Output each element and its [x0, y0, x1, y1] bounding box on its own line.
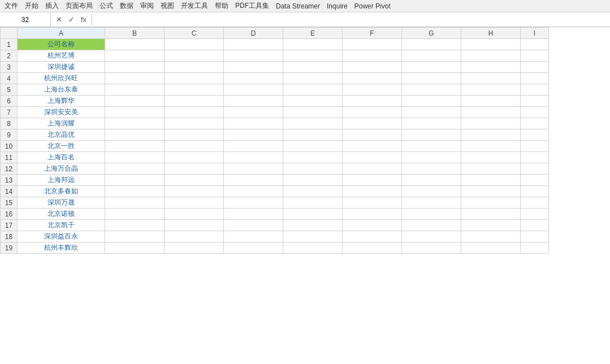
cell-B14[interactable] — [105, 186, 165, 197]
menu-item-PDF工具集[interactable]: PDF工具集 — [232, 0, 272, 12]
cell-D6[interactable] — [224, 96, 283, 107]
fx-button[interactable]: fx — [78, 14, 89, 25]
menu-item-Data-Streamer[interactable]: Data Streamer — [272, 1, 323, 11]
cell-C15[interactable] — [165, 197, 224, 209]
cell-H4[interactable] — [461, 73, 521, 84]
cell-E15[interactable] — [283, 197, 343, 209]
menu-item-开始[interactable]: 开始 — [21, 0, 42, 12]
cell-H8[interactable] — [461, 118, 521, 129]
corner-header[interactable] — [1, 28, 18, 39]
col-header-H[interactable]: H — [461, 28, 521, 39]
row-number-16[interactable]: 16 — [1, 209, 18, 220]
cell-C18[interactable] — [165, 231, 224, 242]
row-number-5[interactable]: 5 — [1, 84, 18, 96]
cell-B2[interactable] — [105, 50, 165, 62]
cell-G2[interactable] — [402, 50, 461, 62]
cell-E10[interactable] — [283, 141, 343, 152]
cell-H11[interactable] — [461, 152, 521, 163]
cell-D13[interactable] — [224, 175, 283, 186]
cell-F19[interactable] — [343, 242, 402, 254]
cell-G12[interactable] — [402, 163, 461, 175]
cell-C19[interactable] — [165, 242, 224, 254]
cell-F14[interactable] — [343, 186, 402, 197]
cell-G14[interactable] — [402, 186, 461, 197]
row-number-11[interactable]: 11 — [1, 152, 18, 163]
cell-C2[interactable] — [165, 50, 224, 62]
cell-H1[interactable] — [461, 39, 521, 50]
cell-E18[interactable] — [283, 231, 343, 242]
col-header-G[interactable]: G — [402, 28, 461, 39]
cell-C1[interactable] — [165, 39, 224, 50]
row-number-10[interactable]: 10 — [1, 141, 18, 152]
cell-G15[interactable] — [402, 197, 461, 209]
cell-B4[interactable] — [105, 73, 165, 84]
cell-C7[interactable] — [165, 107, 224, 118]
row-number-12[interactable]: 12 — [1, 163, 18, 175]
col-header-I[interactable]: I — [521, 28, 549, 39]
cell-B10[interactable] — [105, 141, 165, 152]
cell-H12[interactable] — [461, 163, 521, 175]
cell-D4[interactable] — [224, 73, 283, 84]
cell-A14[interactable]: 北京多春如 — [18, 186, 105, 197]
cell-D8[interactable] — [224, 118, 283, 129]
cell-I12[interactable] — [521, 163, 549, 175]
row-number-8[interactable]: 8 — [1, 118, 18, 129]
cell-G8[interactable] — [402, 118, 461, 129]
cell-A3[interactable]: 深圳捷诚 — [18, 62, 105, 73]
cell-E16[interactable] — [283, 209, 343, 220]
cell-B1[interactable] — [105, 39, 165, 50]
row-number-6[interactable]: 6 — [1, 96, 18, 107]
cell-A13[interactable]: 上海邦远 — [18, 175, 105, 186]
cell-E1[interactable] — [283, 39, 343, 50]
cell-H18[interactable] — [461, 231, 521, 242]
cell-I11[interactable] — [521, 152, 549, 163]
cell-D14[interactable] — [224, 186, 283, 197]
cell-B13[interactable] — [105, 175, 165, 186]
cell-F4[interactable] — [343, 73, 402, 84]
cell-I6[interactable] — [521, 96, 549, 107]
cell-A4[interactable]: 杭州欣兴旺 — [18, 73, 105, 84]
cell-E17[interactable] — [283, 220, 343, 231]
cell-G7[interactable] — [402, 107, 461, 118]
cell-H2[interactable] — [461, 50, 521, 62]
cell-E9[interactable] — [283, 129, 343, 141]
cell-F3[interactable] — [343, 62, 402, 73]
cell-D9[interactable] — [224, 129, 283, 141]
menu-item-数据[interactable]: 数据 — [116, 0, 137, 12]
cell-I16[interactable] — [521, 209, 549, 220]
menu-item-文件[interactable]: 文件 — [1, 0, 21, 12]
confirm-button[interactable]: ✓ — [66, 14, 77, 25]
cell-I10[interactable] — [521, 141, 549, 152]
col-header-D[interactable]: D — [224, 28, 283, 39]
cell-A19[interactable]: 杭州丰辉欣 — [18, 242, 105, 254]
cell-D11[interactable] — [224, 152, 283, 163]
cell-I19[interactable] — [521, 242, 549, 254]
cell-C4[interactable] — [165, 73, 224, 84]
cell-B11[interactable] — [105, 152, 165, 163]
cell-E14[interactable] — [283, 186, 343, 197]
menu-item-开发工具[interactable]: 开发工具 — [178, 0, 211, 12]
menu-item-插入[interactable]: 插入 — [42, 0, 62, 12]
cell-G19[interactable] — [402, 242, 461, 254]
cell-G6[interactable] — [402, 96, 461, 107]
cell-D18[interactable] — [224, 231, 283, 242]
cell-H10[interactable] — [461, 141, 521, 152]
col-header-F[interactable]: F — [343, 28, 402, 39]
cell-E8[interactable] — [283, 118, 343, 129]
cell-H15[interactable] — [461, 197, 521, 209]
cell-H3[interactable] — [461, 62, 521, 73]
cell-F16[interactable] — [343, 209, 402, 220]
cell-I3[interactable] — [521, 62, 549, 73]
cell-H17[interactable] — [461, 220, 521, 231]
cell-A9[interactable]: 北京晶优 — [18, 129, 105, 141]
cell-C14[interactable] — [165, 186, 224, 197]
cell-E11[interactable] — [283, 152, 343, 163]
menu-item-审阅[interactable]: 审阅 — [137, 0, 157, 12]
cell-A16[interactable]: 北京诺顿 — [18, 209, 105, 220]
cell-F1[interactable] — [343, 39, 402, 50]
cell-I15[interactable] — [521, 197, 549, 209]
menu-item-帮助[interactable]: 帮助 — [211, 0, 232, 12]
cell-E3[interactable] — [283, 62, 343, 73]
cell-G1[interactable] — [402, 39, 461, 50]
cell-C6[interactable] — [165, 96, 224, 107]
